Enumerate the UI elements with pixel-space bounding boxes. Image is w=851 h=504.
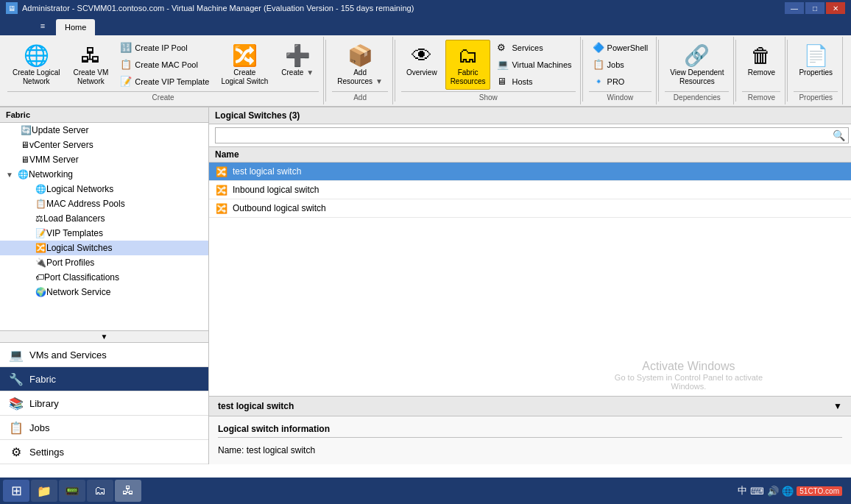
create-vm-network-label: Create VMNetwork xyxy=(73,68,108,86)
create-vip-template-button[interactable]: 📝 Create VIP Template xyxy=(116,74,213,90)
create-vm-network-icon: 🖧 xyxy=(79,43,102,67)
maximize-button[interactable]: □ xyxy=(805,2,824,14)
detail-header[interactable]: test logical switch ▼ xyxy=(209,397,851,416)
table-row[interactable]: 🔀 test logical switch xyxy=(209,163,851,181)
sidebar-nav-settings[interactable]: ⚙ Settings xyxy=(0,440,208,464)
port-classifications-icon: 🏷 xyxy=(35,272,44,283)
taskbar-tray: 中 ⌨ 🔊 🌐 51CTO.com xyxy=(732,484,848,497)
create-vip-template-label: Create VIP Template xyxy=(135,77,209,86)
close-button[interactable]: ✕ xyxy=(826,2,845,14)
services-button[interactable]: ⚙ Services xyxy=(493,40,575,56)
properties-label: Properties xyxy=(799,68,833,77)
ribbon-group-dep-items: 🔗 View DependentResources xyxy=(665,40,729,90)
search-icon[interactable]: 🔍 xyxy=(833,129,845,141)
ribbon-group-window-label: Window xyxy=(589,91,652,102)
port-classifications-label: Port Classifications xyxy=(44,272,119,283)
ribbon-sep-2 xyxy=(395,40,395,102)
jobs-button[interactable]: 📋 Jobs xyxy=(589,57,652,73)
sidebar-item-networking[interactable]: ▼ 🌐 Networking xyxy=(0,167,208,182)
remove-label: Remove xyxy=(748,68,775,77)
properties-button[interactable]: 📄 Properties xyxy=(794,40,838,81)
overview-icon: 👁 xyxy=(410,43,434,67)
jobs-nav-label: Jobs xyxy=(29,422,49,433)
create-logical-switch-button[interactable]: 🔀 CreateLogical Switch xyxy=(216,40,273,90)
create-logical-network-button[interactable]: 🌐 Create LogicalNetwork xyxy=(7,40,65,90)
vcenter-label: vCenter Servers xyxy=(29,140,93,150)
overview-button[interactable]: 👁 Overview xyxy=(401,40,442,81)
minimize-button[interactable]: — xyxy=(785,2,804,14)
window-small-col: 🔷 PowerShell 📋 Jobs 🔹 PRO xyxy=(589,40,652,90)
ribbon-group-add-label: Add xyxy=(332,91,388,102)
powershell-label: PowerShell xyxy=(607,43,649,52)
create-logical-switch-label: CreateLogical Switch xyxy=(221,68,268,86)
ribbon-group-dependencies-label: Dependencies xyxy=(665,91,729,102)
sidebar-item-update-server[interactable]: 🔄 Update Server xyxy=(0,123,208,138)
create-ip-pool-icon: 🔢 xyxy=(120,42,132,54)
taskbar-start-button[interactable]: ⊞ xyxy=(3,480,29,502)
sidebar-item-network-service[interactable]: 🌍 Network Service xyxy=(0,285,208,299)
sidebar-nav-jobs[interactable]: 📋 Jobs xyxy=(0,416,208,440)
add-resources-icon: 📦 xyxy=(348,43,372,67)
tray-logo-badge: 51CTO.com xyxy=(797,486,842,496)
ribbon-sep-1 xyxy=(325,40,326,102)
sidebar-nav: 💻 VMs and Services 🔧 Fabric 📚 Library 📋 … xyxy=(0,342,208,464)
add-resources-button[interactable]: 📦 AddResources▼ xyxy=(332,40,388,90)
sidebar-item-mac-address-pools[interactable]: 📋 MAC Address Pools xyxy=(0,196,208,211)
view-dependent-resources-icon: 🔗 xyxy=(685,43,709,67)
pro-button[interactable]: 🔹 PRO xyxy=(589,74,652,90)
ribbon-sep-5 xyxy=(735,40,736,102)
fabric-resources-button[interactable]: 🗂 FabricResources xyxy=(445,40,491,90)
create-ip-pool-button[interactable]: 🔢 Create IP Pool xyxy=(116,40,213,56)
create-logical-network-label: Create LogicalNetwork xyxy=(13,68,60,86)
sidebar-item-vip-templates[interactable]: 📝 VIP Templates xyxy=(0,226,208,241)
ribbon-group-create: 🌐 Create LogicalNetwork 🖧 Create VMNetwo… xyxy=(3,37,324,104)
ribbon-tab-bar: ≡ Home xyxy=(0,16,851,35)
services-label: Services xyxy=(512,43,543,52)
start-icon: ⊞ xyxy=(11,483,22,499)
sidebar-item-port-classifications[interactable]: 🏷 Port Classifications xyxy=(0,270,208,285)
jobs-nav-icon: 📋 xyxy=(9,420,24,435)
ribbon-group-window-items: 🔷 PowerShell 📋 Jobs 🔹 PRO xyxy=(589,40,652,90)
ribbon-group-window: 🔷 PowerShell 📋 Jobs 🔹 PRO Window xyxy=(585,37,657,104)
view-dependent-resources-button[interactable]: 🔗 View DependentResources xyxy=(665,40,729,90)
sidebar-nav-fabric[interactable]: 🔧 Fabric xyxy=(0,367,208,391)
hosts-button[interactable]: 🖥 Hosts xyxy=(493,74,575,90)
networking-icon: 🌐 xyxy=(18,169,29,180)
sidebar-item-vcenter-servers[interactable]: 🖥 vCenter Servers xyxy=(0,138,208,152)
table-row[interactable]: 🔀 Inbound logical switch xyxy=(209,181,851,199)
ribbon-group-dependencies: 🔗 View DependentResources Dependencies xyxy=(660,37,734,104)
sidebar-item-logical-networks[interactable]: 🌐 Logical Networks xyxy=(0,182,208,196)
sidebar-nav-vms-and-services[interactable]: 💻 VMs and Services xyxy=(0,343,208,367)
create-mac-pool-label: Create MAC Pool xyxy=(135,60,198,69)
remove-button[interactable]: 🗑 Remove xyxy=(742,40,780,81)
virtual-machines-icon: 💻 xyxy=(497,59,509,71)
tab-home[interactable]: Home xyxy=(56,19,95,35)
search-bar: 🔍 xyxy=(209,124,851,147)
table-row[interactable]: 🔀 Outbound logical switch xyxy=(209,199,851,218)
vip-templates-icon: 📝 xyxy=(35,228,46,238)
sidebar-nav-library[interactable]: 📚 Library xyxy=(0,391,208,416)
sidebar-scroll-down[interactable]: ▼ xyxy=(0,330,208,342)
detail-selected-name: test logical switch xyxy=(218,401,294,411)
create-label: Create▼ xyxy=(281,68,314,77)
create-mac-pool-button[interactable]: 📋 Create MAC Pool xyxy=(116,57,213,73)
sidebar-item-load-balancers[interactable]: ⚖ Load Balancers xyxy=(0,211,208,226)
virtual-machines-button[interactable]: 💻 Virtual Machines xyxy=(493,57,575,73)
taskbar-scvmm-button[interactable]: 🖧 xyxy=(115,480,141,502)
pro-label: PRO xyxy=(607,77,625,86)
sidebar-item-vmm-server[interactable]: 🖥 VMM Server xyxy=(0,152,208,167)
taskbar-terminal-button[interactable]: 📟 xyxy=(59,480,85,502)
powershell-button[interactable]: 🔷 PowerShell xyxy=(589,40,652,56)
taskbar-explorer-button[interactable]: 📁 xyxy=(31,480,57,502)
create-vm-network-button[interactable]: 🖧 Create VMNetwork xyxy=(68,40,113,90)
detail-name-label: Name: xyxy=(218,445,244,455)
taskbar-file-manager-button[interactable]: 🗂 xyxy=(87,480,113,502)
sidebar-item-logical-switches[interactable]: 🔀 Logical Switches xyxy=(0,241,208,255)
library-label: Library xyxy=(29,398,59,409)
create-button[interactable]: ➕ Create▼ xyxy=(276,40,319,81)
start-button[interactable]: ≡ xyxy=(29,16,56,35)
search-input[interactable] xyxy=(215,127,849,143)
ribbon-group-create-label: Create xyxy=(7,91,319,102)
sidebar-item-port-profiles[interactable]: 🔌 Port Profiles xyxy=(0,255,208,270)
network-service-label: Network Service xyxy=(46,287,110,297)
